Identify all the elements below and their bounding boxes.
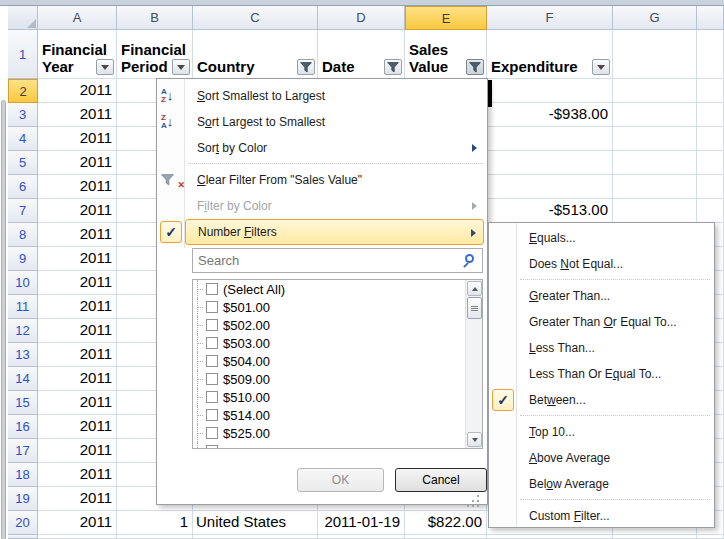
cell-partial4[interactable] (697, 127, 724, 151)
filter-value-item[interactable]: $504.00 (193, 352, 465, 370)
menu-item-custom-filter[interactable]: Custom Filter... (517, 503, 711, 529)
row-header-5[interactable]: 5 (8, 151, 38, 175)
scroll-down-button[interactable] (467, 432, 482, 447)
checkbox-509-00[interactable] (206, 373, 218, 385)
row-header-6[interactable]: 6 (8, 175, 38, 199)
cell-B20[interactable]: 1 (117, 511, 193, 535)
row-header-3[interactable]: 3 (8, 103, 38, 127)
cell-partial6[interactable] (697, 175, 724, 199)
filter-value-item[interactable]: $503.00 (193, 334, 465, 352)
menu-item-sort-largest-to-smallest[interactable]: Sort Largest to Smallest (185, 109, 484, 135)
checkbox-510-00[interactable] (206, 391, 218, 403)
column-header-B[interactable]: B (117, 6, 193, 30)
cell-F1[interactable]: Expenditure (487, 30, 613, 79)
cell-partial2[interactable] (697, 79, 724, 103)
menu-item-below-average[interactable]: Below Average (517, 471, 711, 497)
filter-button-E[interactable] (466, 59, 484, 75)
cell-F6[interactable] (487, 175, 613, 199)
cell-E1[interactable]: SalesValue (405, 30, 487, 79)
cell-partial5[interactable] (697, 151, 724, 175)
row-header-14[interactable]: 14 (8, 367, 38, 391)
menu-item-less-than[interactable]: Less Than... (517, 335, 711, 361)
row-header-17[interactable]: 17 (8, 439, 38, 463)
cell-D20[interactable]: 2011-01-19 (318, 511, 405, 535)
cell-A8[interactable]: 2011 (38, 223, 117, 247)
column-header-C[interactable]: C (193, 6, 318, 30)
cell-A15[interactable]: 2011 (38, 391, 117, 415)
filter-value-item[interactable]: $525.00 (193, 424, 465, 442)
checkbox-514-00[interactable] (206, 409, 218, 421)
menu-item-filter-by-color[interactable]: Filter by Color (185, 193, 484, 219)
filter-value-item[interactable]: (Select All) (193, 280, 465, 298)
row-header-13[interactable]: 13 (8, 343, 38, 367)
cell-G2[interactable] (613, 79, 697, 103)
column-header-F[interactable]: F (487, 6, 613, 30)
row-header-10[interactable]: 10 (8, 271, 38, 295)
cell-F4[interactable] (487, 127, 613, 151)
row-header-1[interactable]: 1 (8, 30, 38, 79)
menu-item-does-not-equal[interactable]: Does Not Equal... (517, 251, 711, 277)
cell-A3[interactable]: 2011 (38, 103, 117, 127)
checkbox-partial[interactable] (206, 445, 218, 449)
checkbox-501-00[interactable] (206, 301, 218, 313)
cell-A10[interactable]: 2011 (38, 271, 117, 295)
menu-item-sort-smallest-to-largest[interactable]: Sort Smallest to Largest (185, 83, 484, 109)
row-header-4[interactable]: 4 (8, 127, 38, 151)
cell-A18[interactable]: 2011 (38, 463, 117, 487)
cell-A1[interactable]: FinancialYear (38, 30, 117, 79)
cell-C1[interactable]: Country (193, 30, 318, 79)
menu-item-less-than-or-equal-to[interactable]: Less Than Or Equal To... (517, 361, 711, 387)
menu-item-number-filters[interactable]: Number Filters (185, 219, 484, 245)
row-header-8[interactable]: 8 (8, 223, 38, 247)
row-header-15[interactable]: 15 (8, 391, 38, 415)
cell-A16[interactable]: 2011 (38, 415, 117, 439)
filter-value-item[interactable]: $502.00 (193, 316, 465, 334)
menu-item-top-10[interactable]: Top 10... (517, 419, 711, 445)
row-header-9[interactable]: 9 (8, 247, 38, 271)
row-header-2[interactable]: 2 (8, 79, 38, 103)
resize-grip-icon[interactable] (477, 495, 479, 497)
dropdown-button-F[interactable] (592, 59, 610, 75)
row-header-19[interactable]: 19 (8, 487, 38, 511)
cell-A4[interactable]: 2011 (38, 127, 117, 151)
menu-item-greater-than[interactable]: Greater Than... (517, 283, 711, 309)
checkbox-select-all[interactable] (206, 283, 218, 295)
list-scrollbar[interactable] (465, 280, 482, 448)
dropdown-button-A[interactable] (96, 59, 114, 75)
select-all-corner[interactable] (8, 6, 38, 30)
checkbox-503-00[interactable] (206, 337, 218, 349)
cell-G1[interactable] (613, 30, 697, 79)
row-header-18[interactable]: 18 (8, 463, 38, 487)
cell-partial3[interactable] (697, 103, 724, 127)
cell-G5[interactable] (613, 151, 697, 175)
cell-A14[interactable]: 2011 (38, 367, 117, 391)
scroll-thumb[interactable] (467, 297, 482, 319)
filter-value-item[interactable]: $509.00 (193, 370, 465, 388)
dropdown-button-B[interactable] (172, 59, 190, 75)
cell-partial1[interactable] (697, 30, 724, 79)
cell-A17[interactable]: 2011 (38, 439, 117, 463)
filter-value-item-partial[interactable] (193, 442, 465, 449)
menu-item-sort-by-color[interactable]: Sort by Color (185, 135, 484, 161)
cell-C20[interactable]: United States (193, 511, 318, 535)
cell-F2[interactable] (487, 79, 613, 103)
cell-G7[interactable] (613, 199, 697, 223)
cell-A13[interactable]: 2011 (38, 343, 117, 367)
row-header-20[interactable]: 20 (8, 511, 38, 535)
cancel-button[interactable]: Cancel (395, 468, 487, 492)
checkbox-502-00[interactable] (206, 319, 218, 331)
checkbox-525-00[interactable] (206, 427, 218, 439)
ok-button[interactable]: OK (297, 468, 384, 492)
column-header-A[interactable]: A (38, 6, 117, 30)
filter-button-D[interactable] (384, 59, 402, 75)
cell-G4[interactable] (613, 127, 697, 151)
menu-item-clear-filter-from-sales-value[interactable]: Clear Filter From "Sales Value" (185, 167, 484, 193)
cell-A11[interactable]: 2011 (38, 295, 117, 319)
column-header-D[interactable]: D (318, 6, 405, 30)
cell-A9[interactable]: 2011 (38, 247, 117, 271)
row-header-16[interactable]: 16 (8, 415, 38, 439)
cell-A6[interactable]: 2011 (38, 175, 117, 199)
cell-B1[interactable]: FinancialPeriod (117, 30, 193, 79)
cell-A7[interactable]: 2011 (38, 199, 117, 223)
menu-item-between[interactable]: Between... (517, 387, 711, 413)
